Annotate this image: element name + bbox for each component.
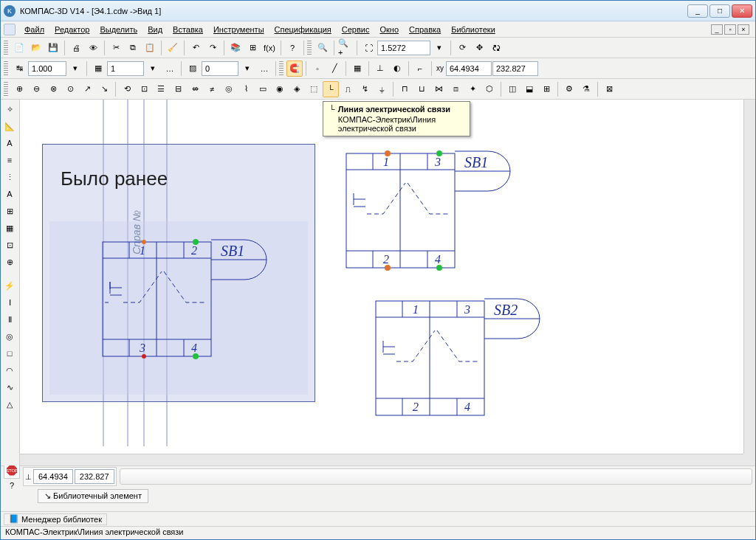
e-icon-10[interactable]: ⊟ (170, 81, 186, 97)
dropdown-icon[interactable]: ▾ (239, 60, 255, 77)
e-icon-28[interactable]: ⬡ (481, 81, 498, 97)
vt-bolt-icon[interactable]: ⚡ (1, 277, 18, 294)
e-icon-24[interactable]: ⊔ (413, 81, 430, 97)
fx-icon[interactable]: f(x) (261, 40, 278, 56)
e-icon-21[interactable]: ↯ (357, 81, 373, 97)
help-icon[interactable]: ? (284, 40, 300, 56)
grip-icon[interactable] (4, 61, 8, 76)
ortho-icon[interactable]: ⊥ (372, 60, 388, 77)
mdi-close[interactable]: × (738, 24, 749, 35)
minimize-button[interactable]: _ (687, 4, 708, 18)
close-button[interactable]: ✕ (732, 4, 752, 18)
canvas-area[interactable]: Было ранее Справ № SB1 1 (20, 100, 755, 465)
e-icon-1[interactable]: ⊕ (11, 81, 27, 97)
zoom-window-icon[interactable]: 🔍 (315, 40, 331, 56)
zoom-fit-icon[interactable]: ⛶ (360, 40, 377, 56)
layer-ext-icon[interactable]: … (162, 60, 178, 77)
e-icon-18[interactable]: ⬚ (306, 81, 322, 97)
vt-select-icon[interactable]: ⊞ (1, 203, 18, 219)
vt-insert-icon[interactable]: ⊕ (1, 254, 18, 270)
vt-spl-icon[interactable]: ∿ (1, 379, 18, 395)
mdi-restore[interactable]: ▫ (724, 24, 736, 35)
style-input[interactable] (202, 61, 238, 76)
menu-window[interactable]: Окно (375, 24, 403, 35)
e-icon-29[interactable]: ◫ (504, 81, 520, 97)
e-icon-2[interactable]: ⊖ (28, 81, 44, 97)
grip-icon[interactable] (307, 41, 312, 55)
e-icon-30[interactable]: ⬓ (521, 81, 537, 97)
hatch-icon[interactable]: ▨ (185, 60, 201, 77)
e-icon-32[interactable]: ⚙ (561, 81, 577, 97)
round-icon[interactable]: ◐ (389, 60, 405, 77)
menu-select[interactable]: Выделить (95, 24, 142, 35)
e-icon-14[interactable]: ⌇ (238, 81, 254, 97)
vt-tri-icon[interactable]: △ (1, 396, 18, 412)
redo-icon[interactable]: ↷ (205, 40, 221, 56)
menu-tools[interactable]: Инструменты (209, 24, 269, 35)
dropdown-icon[interactable]: ▾ (67, 60, 83, 77)
snap-line-icon[interactable]: ╱ (326, 60, 343, 77)
menu-file[interactable]: Файл (20, 24, 49, 35)
e-icon-23[interactable]: ⊓ (396, 81, 413, 97)
e-icon-15[interactable]: ▭ (255, 81, 271, 97)
e-icon-12[interactable]: ≠ (204, 81, 220, 97)
electric-line-icon[interactable]: └ (323, 81, 339, 97)
vt-sq-icon[interactable]: □ (1, 345, 18, 361)
e-icon-13[interactable]: ◎ (221, 81, 237, 97)
e-icon-26[interactable]: ⧈ (447, 81, 464, 97)
menu-spec[interactable]: Спецификация (270, 24, 336, 35)
print-icon[interactable]: 🖨 (68, 40, 84, 56)
vt-spec-icon[interactable]: ▦ (1, 220, 18, 236)
e-icon-6[interactable]: ↘ (96, 81, 112, 97)
e-icon-4[interactable]: ⊙ (62, 81, 78, 97)
e-icon-7[interactable]: ⟲ (119, 81, 135, 97)
scrollbar-vertical[interactable] (743, 100, 755, 454)
new-icon[interactable]: 📄 (11, 40, 27, 56)
zoom-input[interactable] (377, 41, 430, 55)
coord-x-display[interactable]: 64.4934 (33, 469, 73, 484)
coord-y-display[interactable]: 232.827 (75, 469, 114, 484)
dropdown-icon[interactable]: ▾ (431, 40, 447, 56)
vt-pt1-icon[interactable]: Ⅰ (1, 294, 18, 311)
open-icon[interactable]: 📂 (28, 40, 44, 56)
app-menu-icon[interactable] (4, 24, 16, 35)
vt-dim-icon[interactable]: 📐 (1, 118, 18, 134)
e-icon-8[interactable]: ⊡ (136, 81, 152, 97)
coord-x-input[interactable] (446, 61, 492, 76)
vt-edit-icon[interactable]: ≡ (1, 152, 18, 168)
e-icon-34[interactable]: ⊠ (601, 81, 617, 97)
cut-icon[interactable]: ✂ (108, 40, 124, 56)
copy-icon[interactable]: ⧉ (125, 40, 141, 56)
menu-view[interactable]: Вид (143, 24, 167, 35)
grip-icon[interactable] (279, 61, 284, 76)
vt-arc-icon[interactable]: ◠ (1, 362, 18, 378)
props-icon[interactable]: 🧹 (165, 40, 181, 56)
e-icon-5[interactable]: ↗ (79, 81, 95, 97)
menu-service[interactable]: Сервис (337, 24, 374, 35)
lcs-icon[interactable]: ⌐ (412, 60, 428, 77)
e-icon-22[interactable]: ⏚ (374, 81, 390, 97)
menu-editor[interactable]: Редактор (50, 24, 94, 35)
snap-icon[interactable]: 🧲 (286, 60, 303, 77)
menu-libraries[interactable]: Библиотеки (447, 24, 500, 35)
grip-icon[interactable] (4, 41, 8, 55)
vt-report-icon[interactable]: ⊡ (1, 237, 18, 253)
undo-icon[interactable]: ↶ (188, 40, 204, 56)
e-icon-25[interactable]: ⋈ (430, 81, 447, 97)
layers-icon[interactable]: ▦ (90, 60, 106, 77)
orbit-icon[interactable]: 🗘 (488, 40, 504, 56)
e-icon-31[interactable]: ⊞ (538, 81, 554, 97)
zoom-in-icon[interactable]: 🔍+ (337, 40, 354, 56)
mdi-minimize[interactable]: _ (711, 24, 723, 35)
vt-param-icon[interactable]: ⋮ (1, 169, 18, 185)
dropdown-icon[interactable]: ▾ (145, 60, 161, 77)
menu-help[interactable]: Справка (405, 24, 445, 35)
pan-icon[interactable]: ✥ (471, 40, 487, 56)
e-icon-16[interactable]: ◉ (272, 81, 288, 97)
maximize-button[interactable]: □ (709, 4, 730, 18)
refresh-icon[interactable]: ⟳ (454, 40, 470, 56)
e-icon-27[interactable]: ✦ (464, 81, 481, 97)
e-icon-17[interactable]: ◈ (289, 81, 305, 97)
style-ext-icon[interactable]: … (256, 60, 272, 77)
snap-point-icon[interactable]: ◦ (309, 60, 326, 77)
